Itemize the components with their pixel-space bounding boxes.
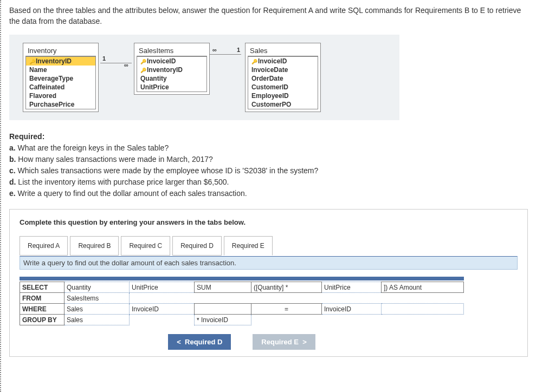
tab-required-a[interactable]: Required A xyxy=(20,236,68,256)
attr: Quantity xyxy=(137,74,206,83)
from-table[interactable]: SalesItems xyxy=(64,293,130,304)
select-expr-col[interactable]: UnitPrice xyxy=(322,282,382,293)
entity-sales: Sales 🔑InvoiceID InvoiceDate OrderDate C… xyxy=(245,43,321,112)
kw-select: SELECT xyxy=(20,282,64,293)
select-col1[interactable]: Quantity xyxy=(64,282,130,293)
intro-text: Based on the three tables and the attrib… xyxy=(9,5,528,27)
tab-prompt: Write a query to find out the dollar amo… xyxy=(20,256,518,270)
select-col2[interactable]: UnitPrice xyxy=(130,282,195,293)
req-text: Write a query to find out the dollar amo… xyxy=(18,189,247,198)
where-extra[interactable] xyxy=(382,304,464,315)
attr: CustomerPO xyxy=(248,100,318,109)
select-agg: SUM xyxy=(195,282,251,293)
req-tag: a. xyxy=(9,143,16,152)
card-left-many: ∞ xyxy=(124,62,128,68)
entity-header: Sales xyxy=(248,45,318,56)
next-button[interactable]: Required E > xyxy=(253,334,315,350)
tab-required-e[interactable]: Required E xyxy=(224,236,273,256)
req-tag: c. xyxy=(9,166,16,175)
attr: PurchasePrice xyxy=(26,100,95,109)
tabs: Required A Required B Required C Require… xyxy=(20,236,521,256)
req-text: Which sales transactions were made by th… xyxy=(18,166,319,175)
tab-required-b[interactable]: Required B xyxy=(70,236,119,256)
attr: InvoiceDate xyxy=(248,66,318,74)
entity-header: SalesItems xyxy=(137,45,207,56)
kw-groupby: GROUP BY xyxy=(20,315,64,325)
answer-panel: Complete this question by entering your … xyxy=(9,209,528,357)
tab-required-c[interactable]: Required C xyxy=(121,236,170,256)
kw-where: WHERE xyxy=(20,304,64,315)
card-right-many: ∞ xyxy=(212,47,217,53)
where-col[interactable]: InvoiceID xyxy=(130,304,195,315)
attr: BeverageType xyxy=(26,74,95,83)
next-label: Required E xyxy=(261,338,299,346)
req-text: What are the foreign keys in the Sales t… xyxy=(18,143,169,152)
groupby-col-dropdown[interactable]: InvoiceID xyxy=(195,315,251,325)
sql-row-groupby: GROUP BY Sales InvoiceID xyxy=(20,315,464,325)
attr: InventoryID xyxy=(36,57,72,65)
req-text: List the inventory items with purchase p… xyxy=(18,178,229,186)
sql-row-from: FROM SalesItems xyxy=(20,293,464,304)
instruction: Complete this question by entering your … xyxy=(20,218,521,226)
attr: Flavored xyxy=(26,92,95,100)
sql-builder: SELECT Quantity UnitPrice SUM ([Quantity… xyxy=(20,277,464,350)
chevron-right-icon: > xyxy=(302,338,307,346)
attr: Name xyxy=(26,66,95,74)
entity-salesitems: SalesItems 🔑InvoiceID 🔑InventoryID Quant… xyxy=(134,43,210,95)
req-text: How many sales transactions were made in… xyxy=(18,155,213,164)
attr: OrderDate xyxy=(248,74,318,83)
requirements: Required: a. What are the foreign keys i… xyxy=(9,131,528,199)
where-op: = xyxy=(251,304,322,315)
attr: CustomerID xyxy=(248,83,318,92)
req-tag: e. xyxy=(9,189,16,198)
nav-row: < Required D Required E > xyxy=(20,334,464,350)
attr: InvoiceID xyxy=(147,57,176,65)
where-table[interactable]: Sales xyxy=(64,304,130,315)
attr: Caffeinated xyxy=(26,83,95,92)
required-label: Required: xyxy=(9,131,528,142)
entity-inventory: Inventory 🔑InventoryID Name BeverageType… xyxy=(23,43,99,112)
req-tag: d. xyxy=(9,178,16,186)
groupby-table[interactable]: Sales xyxy=(64,315,130,325)
sql-row-select: SELECT Quantity UnitPrice SUM ([Quantity… xyxy=(20,282,464,293)
chevron-left-icon: < xyxy=(177,338,181,346)
card-left-1: 1 xyxy=(102,55,106,62)
prev-button[interactable]: < Required D xyxy=(168,334,231,350)
attr: UnitPrice xyxy=(137,83,206,92)
attr: EmployeeID xyxy=(248,92,318,100)
entity-header: Inventory xyxy=(25,45,96,56)
card-right-1: 1 xyxy=(237,47,240,53)
req-tag: b. xyxy=(9,155,16,164)
select-expr-left: ([Quantity] * xyxy=(251,282,322,293)
where-col2[interactable]: InvoiceID xyxy=(322,304,382,315)
where-blank xyxy=(195,304,251,315)
sql-row-where: WHERE Sales InvoiceID = InvoiceID xyxy=(20,304,464,315)
attr: InventoryID xyxy=(147,66,183,74)
kw-from: FROM xyxy=(20,293,64,304)
attr: InvoiceID xyxy=(258,57,287,65)
tab-required-d[interactable]: Required D xyxy=(172,236,222,256)
prev-label: Required D xyxy=(185,338,222,346)
erd-diagram: 1 ∞ ∞ 1 Inventory 🔑InventoryID Name Beve… xyxy=(9,35,399,120)
select-alias: ]) AS Amount xyxy=(382,282,464,293)
